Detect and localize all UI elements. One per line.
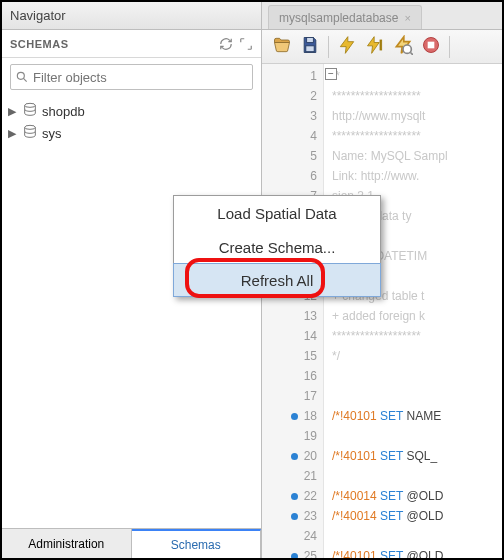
schema-tree[interactable]: ▶ shopdb ▶ sys — [2, 96, 261, 528]
schema-item-shopdb[interactable]: ▶ shopdb — [8, 100, 255, 122]
schemas-heading: SCHEMAS — [10, 38, 69, 50]
svg-rect-5 — [306, 45, 314, 51]
breakpoint-dot[interactable] — [291, 413, 298, 420]
schema-item-sys[interactable]: ▶ sys — [8, 122, 255, 144]
expand-arrow-icon[interactable]: ▶ — [8, 105, 18, 118]
explain-icon[interactable] — [393, 35, 413, 59]
svg-point-10 — [403, 45, 411, 53]
svg-line-11 — [411, 52, 414, 55]
svg-point-2 — [25, 103, 36, 107]
svg-rect-8 — [380, 40, 382, 50]
svg-point-3 — [25, 125, 36, 129]
code-area[interactable]: /********************http://www.mysqlt**… — [324, 64, 502, 558]
breakpoint-dot[interactable] — [291, 493, 298, 500]
execute-step-icon[interactable] — [365, 35, 385, 59]
sql-editor[interactable]: − 12345678910111213141516171819202122232… — [262, 64, 502, 558]
editor-tab-label: mysqlsampledatabase — [279, 11, 398, 25]
database-icon — [22, 124, 38, 143]
breakpoint-dot[interactable] — [291, 453, 298, 460]
close-tab-icon[interactable]: × — [404, 12, 410, 24]
ctx-load-spatial[interactable]: Load Spatial Data — [174, 196, 380, 230]
expand-icon[interactable] — [239, 37, 253, 51]
tab-schemas[interactable]: Schemas — [132, 529, 262, 558]
filter-input[interactable] — [33, 70, 252, 85]
ctx-create-schema[interactable]: Create Schema... — [174, 230, 380, 264]
context-menu: Load Spatial Data Create Schema... Refre… — [173, 195, 381, 297]
svg-marker-6 — [340, 36, 353, 53]
svg-marker-7 — [368, 36, 380, 53]
schema-label: shopdb — [42, 104, 85, 119]
search-icon — [11, 70, 33, 84]
execute-icon[interactable] — [337, 35, 357, 59]
open-file-icon[interactable] — [272, 35, 292, 59]
expand-arrow-icon[interactable]: ▶ — [8, 127, 18, 140]
stop-icon[interactable] — [421, 35, 441, 59]
svg-rect-4 — [307, 37, 314, 42]
editor-tab[interactable]: mysqlsampledatabase × — [268, 5, 422, 29]
svg-point-0 — [17, 72, 24, 79]
fold-toggle[interactable]: − — [325, 68, 337, 80]
tab-administration[interactable]: Administration — [2, 529, 132, 558]
svg-line-1 — [23, 78, 26, 81]
filter-field[interactable] — [10, 64, 253, 90]
svg-rect-13 — [428, 41, 435, 48]
database-icon — [22, 102, 38, 121]
breakpoint-dot[interactable] — [291, 553, 298, 559]
line-gutter: 1234567891011121314151617181920212223242… — [262, 64, 324, 558]
save-icon[interactable] — [300, 35, 320, 59]
navigator-title: Navigator — [2, 2, 261, 30]
toolbar-divider — [449, 36, 450, 58]
ctx-refresh-all[interactable]: Refresh All — [173, 263, 381, 297]
schema-label: sys — [42, 126, 62, 141]
toolbar-divider — [328, 36, 329, 58]
editor-toolbar — [262, 30, 502, 64]
sync-icon[interactable] — [219, 37, 233, 51]
breakpoint-dot[interactable] — [291, 513, 298, 520]
